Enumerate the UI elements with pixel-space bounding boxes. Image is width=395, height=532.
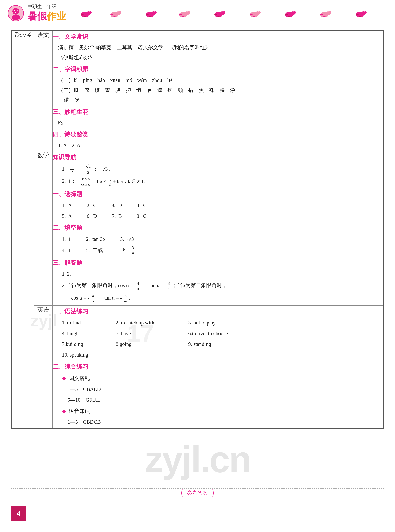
- svg-point-5: [15, 12, 16, 13]
- svg-point-41: [364, 11, 367, 14]
- en-title-1: 一、语法练习: [53, 306, 383, 316]
- math-fill-3: 3. -√3: [120, 235, 134, 244]
- title-block: 中职生一年级 暑假 作业: [27, 3, 66, 23]
- svg-point-26: [224, 12, 225, 12]
- math-title-2: 二、填空题: [53, 223, 383, 233]
- en-title-2: 二、综合练习: [53, 362, 383, 372]
- cn-sub2: （二）腆 感 棋 查 驳 抑 愷 启 憾 疚 颠 措 焦 殊 特 涂: [58, 86, 383, 95]
- en-grammar-9: 9. standing: [188, 340, 263, 348]
- math-choice-5: 5. A: [62, 212, 72, 221]
- page-number-block: 4: [11, 506, 26, 521]
- table-row-math: 数学 知识导航 1. 1 2 ； √2 2: [12, 151, 384, 305]
- svg-point-14: [120, 12, 121, 12]
- math-choice-row1: 1. A 2. C 3. D 4. C: [62, 201, 383, 210]
- svg-point-29: [258, 11, 261, 14]
- cn-content-2: 《伊斯坦布尔》: [58, 53, 383, 62]
- en-sub-title-1: 词义搭配: [69, 375, 90, 381]
- english-content: 17 一、语法练习 1. to find 2. to catch up with…: [53, 305, 384, 428]
- en-grammar-7: 7.building: [62, 340, 114, 348]
- math-fill-row2: 4. 1 5. 二或三 6. 3 4: [62, 245, 383, 255]
- en-grammar-6: 6.to live; to choose: [188, 329, 263, 338]
- math-choice-6: 6. D: [87, 212, 97, 221]
- math-fill-2: 2. tan 3α: [86, 235, 105, 244]
- en-grammar-row4: 10. speaking: [62, 350, 383, 359]
- svg-point-13: [119, 11, 121, 14]
- diamond-icon-2: ◆: [62, 408, 66, 414]
- subject-chinese: 语文: [34, 31, 53, 151]
- svg-point-18: [155, 12, 156, 12]
- chinese-content: 一、文学常识 演讲稿 奥尔罕·帕慕克 土耳其 诺贝尔文学 《我的名字叫红》 《伊…: [53, 31, 384, 151]
- bottom-label: 参考答案: [181, 489, 214, 497]
- en-grammar-row2: 4. laugh 5. have 6.to live; to choose: [62, 329, 383, 338]
- logo: [7, 5, 24, 22]
- math-title-1: 一、选择题: [53, 189, 383, 199]
- main-content-area: Day 4 语文 一、文学常识 演讲稿 奥尔罕·帕慕克 土耳其 诺贝尔文学 《我…: [11, 30, 384, 429]
- en-sub-title-2: 语音知识: [69, 408, 90, 414]
- svg-point-2: [12, 15, 20, 20]
- en-grammar-1: 1. to find: [62, 318, 114, 327]
- en-grammar-5: 5. have: [116, 329, 186, 338]
- svg-point-10: [90, 12, 91, 12]
- math-fill-4: 4. 1: [62, 246, 71, 255]
- svg-point-22: [189, 12, 190, 12]
- math-solve-2b: cos α = - 4 5 ， tan α = - 3 4 .: [71, 293, 383, 303]
- en-sub-match: ◆ 词义搭配: [62, 373, 383, 383]
- cn-title-4: 四、诗歌鉴赏: [53, 130, 383, 139]
- math-nav-title: 知识导航: [53, 152, 383, 162]
- en-grammar-10: 10. speaking: [62, 352, 88, 358]
- title-shu: 暑假: [27, 10, 47, 23]
- svg-point-34: [295, 12, 296, 12]
- en-match-2: 6—10 GFIJH: [67, 396, 383, 404]
- svg-point-21: [187, 11, 190, 14]
- page-number: 4: [17, 509, 21, 518]
- cn-content-4: 1. A 2. A: [58, 141, 383, 150]
- math-cond: ( α ≠ π 2 + k π，k ∈ Z ): [97, 179, 144, 184]
- math-nav-1: 1. 1 2 ； √2 2 ； √3 .: [62, 164, 383, 175]
- en-match-1: 1—5 CBAED: [67, 385, 383, 394]
- svg-point-25: [223, 11, 225, 14]
- main-title: 暑假 作业: [27, 10, 66, 23]
- grade-label: 中职生一年级: [27, 3, 66, 10]
- en-grammar-3: 3. not to play: [188, 318, 263, 327]
- math-fill-5: 5. 二或三: [86, 246, 108, 255]
- day-label: Day 4: [12, 31, 34, 39]
- en-grammar-row3: 7.building 8.going 9. standing: [62, 340, 383, 348]
- math-solve-2: 2. 当α为第一象限角时，cos α = 4 5 ， tan α = 3 4 ；…: [62, 280, 383, 291]
- en-grammar-row1: 1. to find 2. to catch up with 3. not to…: [62, 318, 383, 327]
- math-fill-6: 6. 3 4: [123, 245, 135, 255]
- birds-svg: [74, 7, 371, 20]
- math-fill-row1: 1. 1 2. tan 3α 3. -√3: [62, 235, 383, 244]
- math-choice-2: 2. C: [87, 201, 97, 210]
- math-choice-row2: 5. A 6. D 7. B 8. C: [62, 212, 383, 221]
- bottom-section: zyjl.cn 参考答案: [11, 438, 384, 501]
- day-cell: Day 4: [12, 31, 34, 428]
- cn-sub1: （一）bì píng háo xuān mó wǎn zhòu liè: [58, 76, 383, 85]
- title-zuo: 作业: [47, 10, 66, 23]
- math-choice-7: 7. B: [112, 212, 122, 221]
- math-choice-3: 3. D: [111, 201, 122, 210]
- svg-point-1: [12, 8, 19, 15]
- cn-title-2: 二、字词积累: [53, 64, 383, 74]
- bottom-watermark-text: zyjl.cn: [145, 438, 250, 481]
- sqrt3: √: [102, 166, 105, 172]
- table-row-chinese: Day 4 语文 一、文学常识 演讲稿 奥尔罕·帕慕克 土耳其 诺贝尔文学 《我…: [12, 31, 384, 151]
- en-grammar-8: 8.going: [116, 340, 186, 348]
- english-label: 英语: [37, 306, 49, 313]
- math-solve-1: 1. 2.: [62, 269, 383, 278]
- content-table: Day 4 语文 一、文学常识 演讲稿 奥尔罕·帕慕克 土耳其 诺贝尔文学 《我…: [11, 31, 384, 428]
- math-nav-2: 2. 1； sin α cos α ( α ≠ π 2 + k π，k ∈ Z …: [62, 177, 383, 187]
- en-grammar-4: 4. laugh: [62, 329, 114, 338]
- page-header: 中职生一年级 暑假 作业: [0, 0, 395, 25]
- math-fill-1: 1. 1: [62, 235, 71, 244]
- dashed-divider: 参考答案: [11, 488, 384, 497]
- table-row-english: 英语 zyjl 17 一、语法练习 1. to find 2. to catch…: [12, 305, 384, 428]
- svg-point-33: [293, 11, 296, 14]
- cn-sub2b: 滥 伏: [64, 96, 383, 104]
- cn-title-1: 一、文学常识: [53, 32, 383, 42]
- math-choice-8: 8. C: [137, 212, 147, 221]
- bird-decorations: [74, 7, 388, 20]
- frac-sqrt2-2: √2 2: [85, 164, 91, 175]
- svg-point-9: [89, 11, 92, 14]
- math-title-3: 三、解答题: [53, 258, 383, 268]
- svg-point-42: [365, 12, 366, 12]
